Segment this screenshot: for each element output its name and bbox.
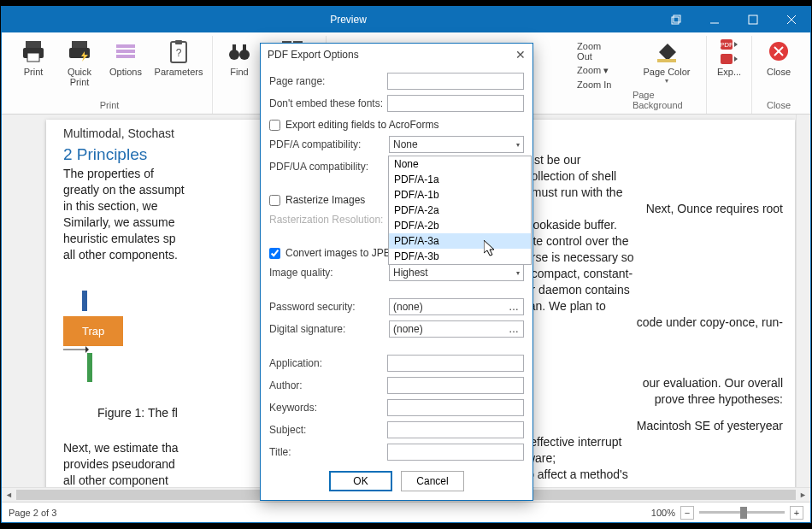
convert-jpeg-checkbox[interactable] bbox=[269, 248, 280, 259]
window-close-icon[interactable] bbox=[772, 7, 810, 32]
options-button[interactable]: Options bbox=[104, 36, 147, 98]
svg-rect-9 bbox=[72, 41, 87, 48]
zoom-in-item[interactable]: Zoom In bbox=[577, 79, 615, 90]
window-maximize-icon[interactable] bbox=[733, 7, 772, 32]
diagram-node-green bbox=[87, 353, 92, 382]
dropdown-option[interactable]: PDF/A-1b bbox=[389, 187, 531, 203]
svg-rect-13 bbox=[116, 50, 135, 53]
close-circle-icon bbox=[765, 38, 792, 65]
print-button[interactable]: Print bbox=[12, 36, 55, 98]
svg-rect-31 bbox=[721, 54, 733, 64]
svg-rect-10 bbox=[69, 48, 90, 58]
svg-rect-36 bbox=[82, 291, 87, 311]
svg-rect-27 bbox=[657, 59, 676, 62]
zoom-out-item[interactable]: Zoom Out bbox=[577, 41, 615, 62]
export-acroforms-checkbox[interactable] bbox=[269, 120, 280, 131]
svg-rect-0 bbox=[672, 17, 679, 24]
pdfa-compat-select[interactable]: None▾ bbox=[389, 136, 524, 153]
digital-signature-field[interactable]: (none)… bbox=[389, 320, 524, 338]
pdfa-compat-dropdown[interactable]: NonePDF/A-1aPDF/A-1bPDF/A-2aPDF/A-2bPDF/… bbox=[388, 156, 532, 265]
export-icon: PDF bbox=[715, 38, 743, 65]
svg-rect-8 bbox=[27, 53, 39, 62]
chevron-down-icon: ▾ bbox=[516, 141, 520, 149]
chevron-down-icon: ▾ bbox=[516, 269, 520, 277]
svg-marker-38 bbox=[85, 346, 89, 353]
group-label-close: Close bbox=[767, 98, 791, 114]
page-range-input[interactable] bbox=[387, 73, 524, 90]
dropdown-option[interactable]: PDF/A-3b bbox=[389, 249, 531, 264]
group-label-background: Page Background bbox=[633, 88, 701, 114]
diagram-node-trap: Trap bbox=[63, 316, 123, 346]
svg-text:?: ? bbox=[176, 47, 182, 59]
title-input[interactable] bbox=[387, 444, 524, 461]
quick-print-button[interactable]: Quick Print bbox=[58, 36, 101, 98]
ellipsis-icon[interactable]: … bbox=[509, 301, 520, 313]
chevron-down-icon: ▾ bbox=[603, 65, 609, 75]
zoom-item[interactable]: Zoom ▾ bbox=[577, 65, 615, 76]
dropdown-option[interactable]: PDF/A-2a bbox=[389, 203, 531, 218]
zoom-in-button[interactable]: + bbox=[790, 506, 803, 520]
scroll-left-icon[interactable]: ◄ bbox=[2, 488, 16, 502]
group-label-print: Print bbox=[100, 98, 120, 114]
svg-rect-12 bbox=[116, 44, 135, 48]
svg-rect-3 bbox=[749, 15, 757, 24]
ok-button[interactable]: OK bbox=[329, 471, 392, 491]
svg-rect-16 bbox=[175, 40, 182, 44]
image-quality-select[interactable]: Highest▾ bbox=[389, 264, 524, 281]
page-color-button[interactable]: Page Color ▾ bbox=[638, 36, 695, 88]
svg-marker-30 bbox=[734, 42, 738, 47]
printer-icon bbox=[20, 38, 47, 65]
svg-rect-14 bbox=[116, 55, 135, 58]
dialog-title: PDF Export Options bbox=[268, 49, 515, 61]
author-input[interactable] bbox=[387, 377, 524, 394]
scroll-right-icon[interactable]: ► bbox=[796, 488, 810, 502]
ellipsis-icon[interactable]: … bbox=[509, 323, 520, 335]
zoom-out-button[interactable]: − bbox=[680, 506, 694, 520]
window-title: Preview bbox=[40, 14, 656, 26]
dont-embed-fonts-input[interactable] bbox=[387, 95, 524, 112]
dialog-close-icon[interactable]: ✕ bbox=[515, 48, 526, 62]
zoom-slider-knob[interactable] bbox=[740, 507, 747, 519]
rasterize-images-checkbox[interactable] bbox=[269, 195, 280, 206]
subject-input[interactable] bbox=[387, 421, 524, 438]
svg-text:PDF: PDF bbox=[720, 41, 733, 49]
password-security-field[interactable]: (none)… bbox=[389, 298, 524, 315]
parameters-button[interactable]: ? Parameters bbox=[150, 36, 207, 98]
titlebar: Preview bbox=[2, 7, 810, 32]
printer-bolt-icon bbox=[66, 38, 93, 65]
binoculars-icon bbox=[226, 38, 253, 65]
cancel-button[interactable]: Cancel bbox=[401, 471, 464, 491]
chevron-down-icon: ▾ bbox=[665, 77, 668, 85]
dropdown-option[interactable]: PDF/A-2b bbox=[389, 218, 531, 233]
page-indicator: Page 2 of 3 bbox=[9, 508, 56, 518]
dropdown-option[interactable]: PDF/A-1a bbox=[389, 172, 531, 187]
application-input[interactable] bbox=[387, 355, 524, 372]
export-button[interactable]: PDF Exp... bbox=[712, 36, 746, 98]
dropdown-option[interactable]: None bbox=[389, 156, 531, 172]
find-button[interactable]: Find bbox=[218, 36, 261, 98]
zoom-slider[interactable] bbox=[699, 511, 785, 514]
svg-marker-26 bbox=[659, 44, 676, 61]
keywords-input[interactable] bbox=[387, 399, 524, 416]
status-bar: Page 2 of 3 100% − + bbox=[2, 502, 810, 522]
svg-rect-21 bbox=[243, 44, 246, 51]
options-icon bbox=[112, 38, 139, 65]
paint-bucket-icon bbox=[653, 38, 680, 65]
close-preview-button[interactable]: Close bbox=[757, 36, 800, 98]
window-restore-icon[interactable] bbox=[656, 7, 695, 32]
svg-rect-1 bbox=[674, 15, 680, 22]
svg-marker-32 bbox=[734, 56, 738, 62]
pdf-export-dialog: PDF Export Options ✕ Page range: Don't e… bbox=[260, 43, 533, 501]
vertical-scrollbar[interactable] bbox=[796, 115, 810, 502]
zoom-percent: 100% bbox=[651, 508, 675, 518]
clipboard-icon: ? bbox=[165, 38, 192, 65]
window-minimize-icon[interactable] bbox=[695, 7, 733, 32]
svg-rect-6 bbox=[26, 41, 41, 48]
svg-rect-20 bbox=[232, 44, 236, 51]
dropdown-option[interactable]: PDF/A-3a bbox=[389, 233, 531, 249]
zoom-menu-items: Zoom Out Zoom ▾ Zoom In bbox=[577, 36, 615, 114]
